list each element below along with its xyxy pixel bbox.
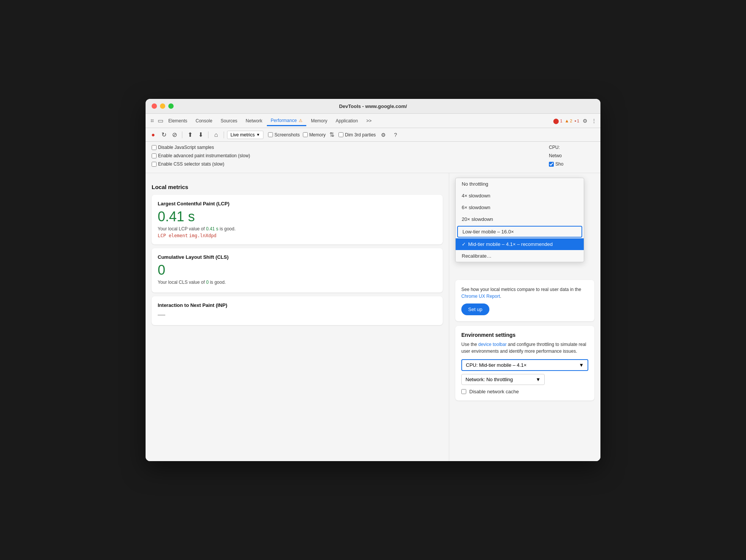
info-icon: ▪ [575,118,576,124]
local-metrics-section: Local metrics Largest Contentful Paint (… [152,184,443,325]
local-metrics-title: Local metrics [152,184,443,190]
dim-parties-checkbox-label[interactable]: Dim 3rd parties [339,132,376,138]
tab-application[interactable]: Application [332,116,362,126]
more-options-icon[interactable]: ⋮ [591,117,597,124]
settings-row-1: Disable JavaScript samples CPU: [152,145,594,150]
disable-js-label[interactable]: Disable JavaScript samples [152,145,214,150]
dropdown-item-4x[interactable]: 4× slowdown [456,190,584,202]
settings-icon[interactable]: ⚙ [581,117,588,124]
cpu-chevron-icon: ▼ [579,362,584,368]
download-button[interactable]: ⬇ [196,130,205,139]
live-metrics-dropdown[interactable]: Live metrics ▼ [227,131,263,139]
dropdown-item-6x[interactable]: 6× slowdown [456,202,584,213]
error-icon: ⬤ [553,118,559,124]
device-toolbar-link[interactable]: device toolbar [478,342,507,347]
settings-button[interactable]: ⚙ [379,130,388,139]
enable-paint-checkbox[interactable] [152,153,157,158]
env-settings-title: Environment settings [461,332,588,338]
enable-css-label[interactable]: Enable CSS selector stats (slow) [152,161,224,167]
inspect-icon[interactable]: ⌗ [149,117,155,124]
devtools-icons: ⌗ ▭ [149,117,164,124]
settings-rows: Disable JavaScript samples CPU: Enable a… [146,142,600,173]
cls-card: Cumulative Layout Shift (CLS) 0 Your loc… [152,248,443,293]
home-button[interactable]: ⌂ [212,130,221,139]
error-badge[interactable]: ⬤ 1 [553,118,562,124]
cls-value: 0 [158,262,437,278]
memory-checkbox[interactable] [303,132,308,137]
dim-parties-checkbox[interactable] [339,132,343,137]
tabs-bar: ⌗ ▭ Elements Console Sources Network Per… [146,114,600,128]
memory-checkbox-label[interactable]: Memory [303,132,326,138]
disable-js-checkbox[interactable] [152,145,157,150]
close-button[interactable] [152,103,157,109]
tab-network[interactable]: Network [242,116,266,126]
tab-sources[interactable]: Sources [217,116,241,126]
setup-button[interactable]: Set up [461,303,489,315]
upload-button[interactable]: ⬆ [185,130,194,139]
disable-cache-row: Disable network cache [461,389,588,394]
stop-button[interactable]: ⊘ [170,130,179,139]
inp-title: Interaction to Next Paint (INP) [158,302,437,308]
main-content: Local metrics Largest Contentful Paint (… [146,173,600,461]
dropdown-item-recalibrate[interactable]: Recalibrate… [456,250,584,262]
settings-row-3: Enable CSS selector stats (slow) Sho [152,161,594,167]
chevron-down-icon: ▼ [256,133,260,137]
enable-css-checkbox[interactable] [152,162,157,167]
left-panel: Local metrics Largest Contentful Paint (… [146,173,449,461]
devtools-window: DevTools - www.google.com/ ⌗ ▭ Elements … [146,99,600,461]
enable-paint-label[interactable]: Enable advanced paint instrumentation (s… [152,153,250,158]
tab-more[interactable]: >> [362,116,375,126]
toolbar-right: Screenshots Memory ⇅ Dim 3rd parties ⚙ ? [268,130,400,139]
dropdown-item-low-tier[interactable]: Low-tier mobile – 16.0× [457,226,582,238]
disable-cache-checkbox[interactable] [461,389,466,394]
ux-report-card: See how your local metrics compare to re… [455,280,594,321]
separator-2 [208,131,208,138]
cpu-throttle-dropdown[interactable]: No throttling 4× slowdown 6× slowdown 20… [455,178,584,262]
maximize-button[interactable] [168,103,174,109]
record-button[interactable]: ● [149,130,158,139]
network-chevron-icon: ▼ [536,377,541,382]
warning-icon: ▲ [565,118,569,124]
tab-elements[interactable]: Elements [165,116,191,126]
cpu-select[interactable]: CPU: Mid-tier mobile – 4.1× ▼ [461,359,588,371]
screenshots-checkbox-label[interactable]: Screenshots [268,132,300,138]
cpu-label: CPU: [549,145,594,150]
help-button[interactable]: ? [391,130,400,139]
lcp-description: Your local LCP value of 0.41 s is good. [158,226,437,232]
screenshots-checkbox[interactable] [268,132,273,137]
info-badge[interactable]: ▪ 1 [575,118,579,124]
chrome-ux-report-link[interactable]: Chrome UX Report [461,294,500,299]
device-icon[interactable]: ▭ [157,117,164,124]
warning-badge[interactable]: ▲ 2 [565,118,572,124]
refresh-button[interactable]: ↻ [159,130,168,139]
network-select[interactable]: Network: No throttling ▼ [461,374,545,385]
right-panel: No throttling 4× slowdown 6× slowdown 20… [449,173,600,461]
show-checkbox[interactable] [549,162,554,167]
minimize-button[interactable] [160,103,165,109]
dropdown-item-20x[interactable]: 20× slowdown [456,213,584,225]
checkmark-icon: ✓ [462,241,466,247]
tab-console[interactable]: Console [192,116,216,126]
separator-1 [182,131,182,138]
settings-row-2: Enable advanced paint instrumentation (s… [152,153,594,158]
lcp-card: Largest Contentful Paint (LCP) 0.41 s Yo… [152,195,443,244]
tab-performance[interactable]: Performance ⚠ [267,116,306,126]
cls-title: Cumulative Layout Shift (CLS) [158,254,437,260]
performance-toolbar: ● ↻ ⊘ ⬆ ⬇ ⌂ Live metrics ▼ Screenshots M… [146,128,600,142]
dropdown-item-mid-tier[interactable]: ✓ Mid-tier mobile – 4.1× – recommended [456,238,584,250]
network-throttle-icon[interactable]: ⇅ [329,131,335,138]
inp-card: Interaction to Next Paint (INP) — [152,296,443,325]
dropdown-item-no-throttling[interactable]: No throttling [456,178,584,190]
show-abbrev-label: Sho [549,161,594,167]
tab-memory[interactable]: Memory [307,116,331,126]
inp-value: — [158,310,437,319]
cls-description: Your local CLS value of 0 is good. [158,280,437,285]
window-title: DevTools - www.google.com/ [339,103,407,109]
titlebar: DevTools - www.google.com/ [146,99,600,114]
traffic-lights [152,103,174,109]
env-settings-desc: Use the device toolbar and configure thr… [461,341,588,355]
network-abbrev-label: Netwo [549,153,594,158]
separator-3 [224,131,224,138]
disable-cache-label: Disable network cache [469,389,519,394]
performance-warning-icon: ⚠ [299,118,302,123]
